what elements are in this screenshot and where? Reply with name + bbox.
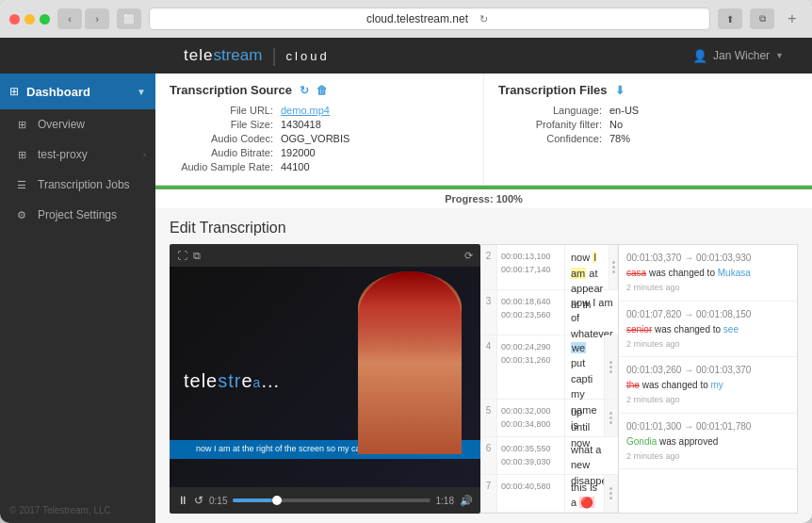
- reader-view-button[interactable]: ⬜: [117, 8, 141, 29]
- history-entry: 00:01:01,300 → 00:01:01,780 Gondia was a…: [619, 414, 797, 470]
- transcript-row-num: 3: [480, 290, 497, 335]
- transcript-times: 00:00:24,290 00:00:31,260: [497, 335, 565, 399]
- transcript-row-num: 7: [480, 475, 497, 512]
- transcript-row-num: 2: [480, 245, 497, 289]
- table-row: 2 00:00:13,100 00:00:17,140 now I am at …: [480, 245, 618, 290]
- transcript-text[interactable]: we put capti my name is: [565, 335, 605, 399]
- video-settings-icon[interactable]: ⧉: [193, 250, 201, 262]
- file-size-label: File Size:: [170, 119, 273, 130]
- transcription-source-refresh-icon[interactable]: ↻: [300, 84, 309, 97]
- history-entry: 00:01:03,260 → 00:01:03,370 the was chan…: [619, 357, 797, 414]
- traffic-light-red[interactable]: [9, 14, 20, 25]
- audio-codec-label: Audio Codec:: [170, 133, 273, 144]
- video-controls: ⏸ ↺ 0:15 1:18 🔊: [170, 487, 480, 514]
- video-progress-fill: [233, 498, 272, 502]
- audio-bitrate-label: Audio Bitrate:: [170, 147, 273, 158]
- transcript-text[interactable]: now I am at appear at th: [565, 245, 609, 289]
- history-time-range: 00:01:07,820 → 00:01:08,150: [626, 307, 789, 321]
- transcription-source-panel: Transcription Source ↻ 🗑 File URL: demo.…: [155, 74, 484, 185]
- history-ago: 2 minutes ago: [626, 282, 789, 295]
- forward-button[interactable]: ›: [85, 8, 109, 29]
- user-menu[interactable]: 👤 Jan Wicher ▼: [692, 49, 784, 63]
- profanity-filter-value: No: [609, 119, 623, 130]
- sidebar-item-overview[interactable]: ⊞ Overview: [0, 109, 155, 139]
- table-row: 7 00:00:40,580 this is a 🔴: [480, 475, 618, 513]
- sidebar-footer: © 2017 Telestream, LLC: [0, 498, 155, 523]
- audio-sample-rate-label: Audio Sample Rate:: [170, 161, 273, 172]
- video-screen[interactable]: telestrea... now I am at the right of th…: [170, 267, 480, 487]
- replay-button[interactable]: ↺: [194, 494, 203, 507]
- transcription-files-title: Transcription Files: [498, 83, 608, 97]
- current-time: 0:15: [209, 496, 227, 506]
- transcription-jobs-icon: ☰: [15, 179, 28, 191]
- user-avatar-icon: 👤: [692, 49, 707, 63]
- edit-transcription-title: Edit Transcription: [170, 220, 286, 236]
- sidebar-header-label: Dashboard: [26, 85, 90, 99]
- play-pause-button[interactable]: ⏸: [177, 494, 188, 507]
- transcript-text[interactable]: this is a 🔴: [565, 475, 605, 512]
- transcription-source-delete-icon[interactable]: 🗑: [317, 84, 328, 97]
- project-settings-icon: ⚙: [15, 209, 28, 221]
- duplicate-button[interactable]: ⧉: [750, 8, 774, 29]
- info-section: Transcription Source ↻ 🗑 File URL: demo.…: [155, 74, 812, 186]
- audio-codec-value: OGG_VORBIS: [281, 133, 349, 144]
- transcript-row-num: 5: [480, 400, 497, 436]
- new-tab-button[interactable]: +: [782, 8, 803, 29]
- transcript-times: 00:00:40,580: [497, 475, 565, 512]
- history-entry: 00:01:07,820 → 00:01:08,150 senior was c…: [619, 302, 797, 358]
- topbar-logo: telestream | cloud: [184, 45, 330, 67]
- traffic-light-yellow[interactable]: [24, 14, 35, 25]
- share-button[interactable]: ⬆: [718, 8, 742, 29]
- video-progress-track[interactable]: [233, 498, 430, 502]
- profanity-filter-label: Profanity filter:: [498, 119, 602, 130]
- transcript-divider: [605, 335, 618, 399]
- transcript-divider: [605, 475, 618, 512]
- video-progress-thumb[interactable]: [272, 496, 282, 505]
- progress-label: Progress: 100%: [155, 189, 812, 208]
- history-panel: 00:01:03,370 → 00:01:03,930 casa was cha…: [619, 244, 798, 514]
- transcription-files-download-icon[interactable]: ⬇: [615, 84, 625, 97]
- history-time-range: 00:01:03,370 → 00:01:03,930: [626, 251, 789, 265]
- transcript-text[interactable]: now I am of whatever I s: [565, 290, 619, 335]
- video-fullscreen-icon[interactable]: ⛶: [177, 250, 187, 262]
- transcript-row-num: 4: [480, 335, 497, 399]
- audio-bitrate-value: 192000: [281, 147, 316, 158]
- history-text: casa was changed to Mukasa: [626, 267, 789, 280]
- traffic-light-green[interactable]: [40, 14, 50, 25]
- sidebar-item-project-settings[interactable]: ⚙ Project Settings: [0, 200, 155, 230]
- sidebar-item-overview-label: Overview: [38, 118, 85, 131]
- table-row: 3 00:00:18,640 00:00:23,560 now I am of …: [480, 290, 618, 335]
- topbar: [0, 38, 155, 74]
- sidebar-header-dashboard[interactable]: ⊞ Dashboard ▼: [0, 74, 155, 109]
- file-url-value[interactable]: demo.mp4: [281, 105, 330, 116]
- test-proxy-arrow-icon: ›: [143, 150, 146, 159]
- sidebar-header-arrow-icon: ▼: [137, 87, 146, 97]
- transcript-times: 00:00:32,000 00:00:34,800: [497, 400, 565, 436]
- edit-section-header: Edit Transcription: [155, 208, 812, 244]
- history-ago: 2 minutes ago: [626, 338, 789, 351]
- end-time: 1:18: [436, 496, 454, 506]
- volume-icon[interactable]: 🔊: [460, 495, 473, 507]
- table-row: 6 00:00:35,550 00:00:39,030 what a new d…: [480, 437, 618, 475]
- file-size-value: 1430418: [281, 119, 321, 130]
- confidence-label: Confidence:: [498, 133, 602, 144]
- reload-button[interactable]: ↻: [474, 9, 493, 28]
- transcription-source-title: Transcription Source: [170, 83, 292, 97]
- history-ago: 2 minutes ago: [626, 394, 789, 407]
- user-name: Jan Wicher: [713, 49, 770, 62]
- sidebar-item-transcription-jobs[interactable]: ☰ Transcription Jobs: [0, 170, 155, 200]
- transcript-row-num: 6: [480, 437, 497, 474]
- transcript-times: 00:00:13,100 00:00:17,140: [497, 245, 565, 289]
- address-bar[interactable]: cloud.telestream.net ↻: [149, 8, 710, 30]
- transcript-text[interactable]: up until now: [565, 400, 605, 436]
- overview-icon: ⊞: [15, 119, 28, 131]
- transcript-panel: 2 00:00:13,100 00:00:17,140 now I am at …: [480, 244, 619, 514]
- transcript-text[interactable]: what a new disappears: [565, 437, 619, 474]
- dashboard-icon: ⊞: [9, 85, 19, 98]
- video-more-icon[interactable]: ⟳: [464, 250, 473, 262]
- history-entry: 00:01:03,370 → 00:01:03,930 casa was cha…: [619, 245, 797, 302]
- table-row: 5 00:00:32,000 00:00:34,800 up until now: [480, 400, 618, 437]
- back-button[interactable]: ‹: [57, 8, 82, 29]
- transcript-divider: [605, 400, 618, 436]
- sidebar-item-test-proxy[interactable]: ⊞ test-proxy ›: [0, 139, 155, 170]
